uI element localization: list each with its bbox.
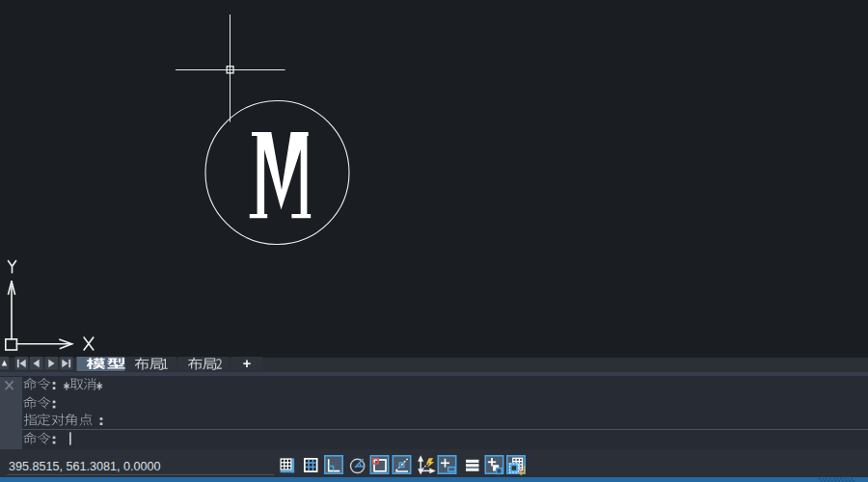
svg-text:395.8515, 561.3081, 0.0000: 395.8515, 561.3081, 0.0000: [9, 460, 161, 473]
